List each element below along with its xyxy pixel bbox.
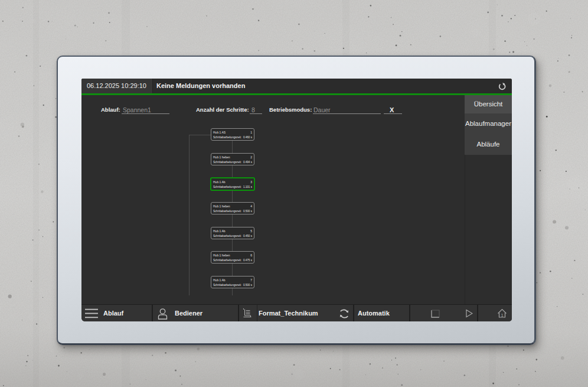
svg-text:1: 1 [501, 313, 503, 318]
